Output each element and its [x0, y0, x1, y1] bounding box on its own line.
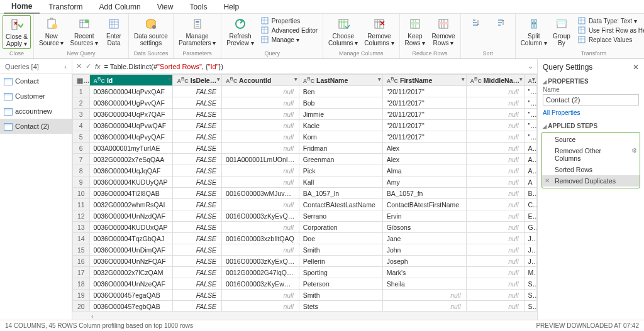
table-row[interactable]: 200036O000457egbQABFALSEnullStetsnullnul…: [73, 301, 537, 312]
svg-rect-17: [411, 22, 419, 24]
row-icon: [577, 26, 586, 35]
properties-button[interactable]: Properties: [260, 16, 318, 25]
menu-tab-transform[interactable]: Transform: [41, 1, 90, 13]
table-row[interactable]: 190036O000457egaQABFALSEnullSmithnullnul…: [73, 290, 537, 301]
table-row[interactable]: 150036O00004UnDimQAFFALSEnullSmithJohnnu…: [73, 244, 537, 256]
query-item[interactable]: Contact: [0, 73, 72, 89]
recent-sources-button[interactable]: Recent Sources ▾: [67, 15, 100, 48]
table-row[interactable]: 120036O00004UnNzdQAFFALSE0016O00003zKyEv…: [73, 210, 537, 222]
table-row[interactable]: 180036O00004UnNzeQAFFALSE0016O00003zKyEw…: [73, 278, 537, 290]
col-header-extra[interactable]: ABC ▾: [524, 75, 537, 86]
confirm-icon[interactable]: ✓: [86, 62, 91, 70]
table-row[interactable]: 20036O00004UgPvvQAFFALSEnullBob"20/11/20…: [73, 97, 537, 109]
ribbon-group-label: Data Sources: [131, 50, 170, 57]
svg-rect-19: [439, 22, 448, 24]
remove-rows-button[interactable]: Remove Rows ▾: [429, 15, 457, 48]
menubar: HomeTransformAdd ColumnViewToolsHelp: [0, 0, 644, 14]
filter-icon[interactable]: ▾: [217, 76, 220, 82]
ribbon-icon: [554, 16, 569, 31]
col-header-FirstName[interactable]: ABC FirstName▾: [382, 75, 466, 86]
advanced-editor-button[interactable]: Advanced Editor: [260, 26, 318, 35]
col-header-AccountId[interactable]: ABC AccountId▾: [222, 75, 299, 86]
gear-icon[interactable]: ⚙: [631, 147, 637, 154]
collapse-icon[interactable]: ‹: [64, 63, 67, 70]
data-type-text--button[interactable]: Data Type: Text ▾: [577, 16, 644, 25]
table-row[interactable]: 10036O00004UqPvxQAFFALSEnullBen"20/11/20…: [73, 86, 537, 97]
new-source-button[interactable]: New Source ▾: [36, 15, 66, 48]
manage-parameters-button[interactable]: Manage Parameters ▾: [176, 15, 218, 48]
col-header-Id[interactable]: ABC Id▾: [89, 75, 173, 86]
query-item[interactable]: Contact (2): [0, 119, 72, 134]
formula-text[interactable]: = Table.Distinct(#"Sorted Rows", {"Id"}): [104, 63, 524, 70]
table-row[interactable]: 160036O00004UnNzFQAFFALSE0016O00003zKyEx…: [73, 256, 537, 267]
sort-desc-button[interactable]: [489, 15, 513, 34]
group-by-button[interactable]: Group By: [550, 15, 574, 48]
choose-columns-button[interactable]: Choose Columns ▾: [326, 15, 360, 48]
manage--button[interactable]: Manage ▾: [260, 35, 318, 44]
data-grid[interactable]: ▦▾ABC Id▾ABC IsDeleted▾ABC AccountId▾ABC…: [72, 74, 537, 320]
row-icon: [260, 26, 269, 35]
remove-columns-button[interactable]: Remove Columns ▾: [362, 15, 396, 48]
sort-desc-icon: [493, 16, 508, 31]
ribbon-group-label: Parameters: [176, 50, 218, 57]
close-icon[interactable]: ✕: [633, 63, 639, 72]
menu-tab-add-column[interactable]: Add Column: [92, 1, 148, 13]
table-row[interactable]: 30036O00004UqPx7QAFFALSEnullJimmie"20/11…: [73, 109, 537, 120]
applied-step[interactable]: Sorted Rows: [542, 164, 640, 175]
use-first-row-as-headers--button[interactable]: Use First Row as Headers ▾: [577, 26, 644, 35]
formula-bar[interactable]: ✕ ✓ fx = Table.Distinct(#"Sorted Rows", …: [72, 59, 537, 74]
applied-step[interactable]: Source: [542, 134, 640, 145]
ribbon-group-label: Manage Columns: [326, 50, 397, 57]
table-row[interactable]: 100036O00004Ti2l8QABFALSE0016O00003wMJuv…: [73, 188, 537, 199]
split-column-button[interactable]: Split Column ▾: [518, 15, 550, 48]
close-apply-button[interactable]: Close & Apply ▾: [3, 15, 31, 49]
table-row[interactable]: 70032G00002x7eSqQAAFALSE001A000001LmUOnI…: [73, 154, 537, 165]
menu-tab-tools[interactable]: Tools: [182, 1, 214, 13]
menu-tab-help[interactable]: Help: [216, 1, 247, 13]
ribbon: Close & Apply ▾ Close New Source ▾Recent…: [0, 14, 644, 59]
filter-icon[interactable]: ▾: [532, 76, 535, 82]
table-row[interactable]: 140036O00004TqzGbQAJFALSE0016O00003xzbIl…: [73, 233, 537, 244]
horizontal-scrollbar[interactable]: ‹: [72, 311, 537, 320]
table-row[interactable]: 50036O00004UqPvyQAFFALSEnullKorn"20/11/2…: [73, 131, 537, 143]
ribbon-icon: [77, 16, 92, 31]
enter-data-button[interactable]: Enter Data: [102, 15, 126, 48]
col-header-LastName[interactable]: ABC LastName▾: [299, 75, 382, 86]
col-header-MiddleName[interactable]: ABC MiddleName▾: [466, 75, 524, 86]
query-name-input[interactable]: Contact (2): [543, 94, 639, 106]
filter-icon[interactable]: ▾: [462, 76, 465, 82]
ribbon-icon: [436, 16, 451, 31]
menu-tab-view[interactable]: View: [150, 1, 181, 13]
table-row[interactable]: 170032G00002x7lCzQAMFALSE0012G00002G47lq…: [73, 267, 537, 278]
ribbon-icon: [408, 16, 423, 31]
applied-step[interactable]: ✕Removed Duplicates: [542, 175, 640, 187]
expand-formula-icon[interactable]: ⌄: [528, 62, 533, 70]
data-source-settings-button[interactable]: Data source settings: [131, 15, 170, 48]
table-row[interactable]: 80036O00004UqJqQAFFALSEnullPickAlmanullA…: [73, 165, 537, 176]
keep-rows-button[interactable]: Keep Rows ▾: [402, 15, 428, 48]
row-icon: [577, 35, 586, 44]
query-item[interactable]: Customer: [0, 89, 72, 104]
filter-icon[interactable]: ▾: [519, 76, 523, 82]
table-icon[interactable]: ▦▾: [77, 77, 89, 84]
table-row[interactable]: 130036O00004KUDUxQAPFALSEnullCorporation…: [73, 222, 537, 233]
cancel-icon[interactable]: ✕: [76, 62, 82, 70]
table-row[interactable]: 6003A000001myTurIAEFALSEnullFridmanAlexn…: [73, 143, 537, 154]
menu-tab-home[interactable]: Home: [4, 0, 40, 14]
queries-header: Queries [4]: [5, 63, 39, 70]
filter-icon[interactable]: ▾: [294, 76, 297, 82]
delete-step-icon[interactable]: ✕: [545, 177, 550, 184]
table-row[interactable]: 40036O00004UqPvwQAFFALSEnullKacie"20/11/…: [73, 120, 537, 131]
query-item[interactable]: accountnew: [0, 104, 72, 119]
ribbon-icon: [143, 16, 158, 31]
filter-icon[interactable]: ▾: [168, 76, 171, 82]
col-header-IsDeleted[interactable]: ABC IsDeleted▾: [173, 75, 222, 86]
sort-asc-button[interactable]: [464, 15, 487, 34]
table-row[interactable]: 110032G00002whmRsQAIFALSEnullContactBAte…: [73, 199, 537, 210]
table-row[interactable]: 90036O00004KUDUyQAPFALSEnullKallAmynullA: [73, 176, 537, 188]
filter-icon[interactable]: ▾: [378, 76, 381, 82]
replace-values-button[interactable]: Replace Values: [577, 35, 644, 44]
all-properties-link[interactable]: All Properties: [538, 108, 644, 120]
applied-step[interactable]: Removed Other Columns⚙: [542, 145, 640, 164]
refresh-preview-button[interactable]: Refresh Preview ▾: [224, 15, 256, 48]
